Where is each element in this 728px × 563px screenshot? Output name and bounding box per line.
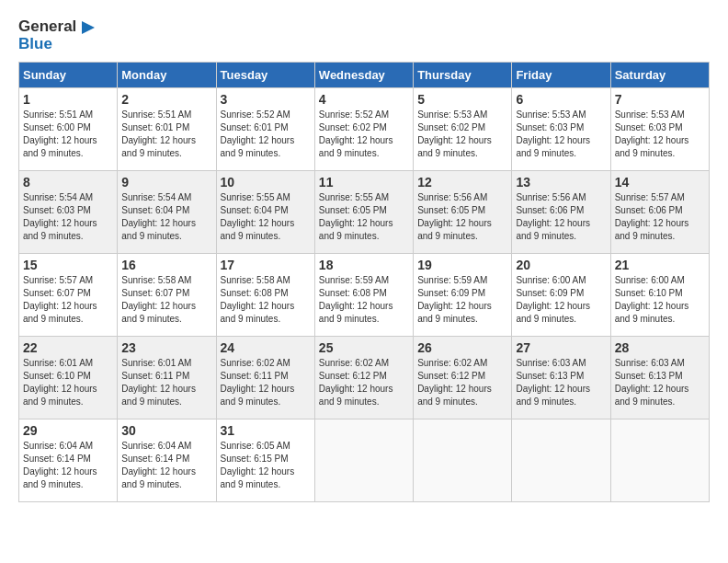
day-cell: 19Sunrise: 5:59 AMSunset: 6:09 PMDayligh…: [414, 254, 512, 337]
day-info: Sunrise: 5:53 AMSunset: 6:02 PMDaylight:…: [417, 109, 507, 160]
day-cell: 28Sunrise: 6:03 AMSunset: 6:13 PMDayligh…: [610, 337, 709, 419]
day-number: 12: [417, 175, 507, 190]
day-info: Sunrise: 6:03 AMSunset: 6:13 PMDaylight:…: [516, 357, 606, 408]
day-number: 25: [319, 340, 409, 355]
header-cell-wednesday: Wednesday: [314, 63, 413, 88]
day-cell: 17Sunrise: 5:58 AMSunset: 6:08 PMDayligh…: [216, 254, 314, 337]
day-info: Sunrise: 5:54 AMSunset: 6:04 PMDaylight:…: [121, 191, 211, 243]
day-info: Sunrise: 6:04 AMSunset: 6:14 PMDaylight:…: [121, 440, 211, 491]
logo-block: General Blue: [18, 18, 95, 52]
day-info: Sunrise: 5:54 AMSunset: 6:03 PMDaylight:…: [23, 191, 113, 243]
calendar-table: SundayMondayTuesdayWednesdayThursdayFrid…: [18, 62, 710, 502]
day-number: 29: [23, 423, 113, 438]
day-number: 8: [23, 175, 113, 190]
day-cell: 29Sunrise: 6:04 AMSunset: 6:14 PMDayligh…: [19, 419, 118, 502]
header-cell-sunday: Sunday: [19, 63, 118, 88]
day-cell: 8Sunrise: 5:54 AMSunset: 6:03 PMDaylight…: [19, 171, 118, 254]
day-info: Sunrise: 6:01 AMSunset: 6:10 PMDaylight:…: [23, 357, 113, 408]
day-cell: 16Sunrise: 5:58 AMSunset: 6:07 PMDayligh…: [118, 254, 216, 337]
header-row: SundayMondayTuesdayWednesdayThursdayFrid…: [19, 63, 710, 88]
day-info: Sunrise: 5:57 AMSunset: 6:06 PMDaylight:…: [615, 191, 705, 243]
day-info: Sunrise: 6:01 AMSunset: 6:11 PMDaylight:…: [121, 357, 211, 408]
day-cell: 27Sunrise: 6:03 AMSunset: 6:13 PMDayligh…: [512, 337, 610, 419]
day-cell: 30Sunrise: 6:04 AMSunset: 6:14 PMDayligh…: [118, 419, 216, 502]
header-cell-thursday: Thursday: [414, 63, 512, 88]
day-cell: 4Sunrise: 5:52 AMSunset: 6:02 PMDaylight…: [314, 88, 413, 171]
day-cell: 2Sunrise: 5:51 AMSunset: 6:01 PMDaylight…: [118, 88, 216, 171]
day-number: 15: [23, 258, 113, 272]
logo-general: General: [18, 17, 76, 35]
day-number: 21: [615, 258, 705, 272]
day-cell: 5Sunrise: 5:53 AMSunset: 6:02 PMDaylight…: [414, 88, 512, 171]
day-number: 6: [516, 92, 606, 107]
day-info: Sunrise: 5:53 AMSunset: 6:03 PMDaylight:…: [516, 109, 606, 160]
day-cell: [314, 419, 413, 502]
logo-arrow-icon: [78, 19, 95, 36]
header-cell-tuesday: Tuesday: [216, 63, 314, 88]
day-number: 22: [23, 340, 113, 355]
header-cell-saturday: Saturday: [610, 63, 709, 88]
day-info: Sunrise: 5:56 AMSunset: 6:06 PMDaylight:…: [516, 191, 606, 243]
day-cell: [414, 419, 512, 502]
day-info: Sunrise: 5:53 AMSunset: 6:03 PMDaylight:…: [615, 109, 705, 160]
day-number: 20: [516, 258, 606, 272]
day-cell: 22Sunrise: 6:01 AMSunset: 6:10 PMDayligh…: [19, 337, 118, 419]
week-row-2: 8Sunrise: 5:54 AMSunset: 6:03 PMDaylight…: [19, 171, 710, 254]
day-info: Sunrise: 6:02 AMSunset: 6:12 PMDaylight:…: [417, 357, 507, 408]
week-row-5: 29Sunrise: 6:04 AMSunset: 6:14 PMDayligh…: [19, 419, 710, 502]
day-number: 4: [319, 92, 409, 107]
day-cell: 9Sunrise: 5:54 AMSunset: 6:04 PMDaylight…: [118, 171, 216, 254]
day-number: 1: [23, 92, 113, 107]
week-row-3: 15Sunrise: 5:57 AMSunset: 6:07 PMDayligh…: [19, 254, 710, 337]
day-cell: 1Sunrise: 5:51 AMSunset: 6:00 PMDaylight…: [19, 88, 118, 171]
day-cell: 6Sunrise: 5:53 AMSunset: 6:03 PMDaylight…: [512, 88, 610, 171]
day-cell: 7Sunrise: 5:53 AMSunset: 6:03 PMDaylight…: [610, 88, 709, 171]
day-info: Sunrise: 6:02 AMSunset: 6:12 PMDaylight:…: [319, 357, 409, 408]
day-info: Sunrise: 6:02 AMSunset: 6:11 PMDaylight:…: [221, 357, 311, 408]
day-number: 3: [221, 92, 311, 107]
day-cell: 13Sunrise: 5:56 AMSunset: 6:06 PMDayligh…: [512, 171, 610, 254]
day-number: 30: [121, 423, 211, 438]
day-info: Sunrise: 5:58 AMSunset: 6:07 PMDaylight:…: [121, 274, 211, 326]
day-info: Sunrise: 5:57 AMSunset: 6:07 PMDaylight:…: [23, 274, 113, 326]
day-number: 13: [516, 175, 606, 190]
day-cell: 18Sunrise: 5:59 AMSunset: 6:08 PMDayligh…: [314, 254, 413, 337]
header-cell-friday: Friday: [512, 63, 610, 88]
day-cell: 24Sunrise: 6:02 AMSunset: 6:11 PMDayligh…: [216, 337, 314, 419]
header: General Blue: [18, 18, 710, 52]
day-number: 17: [221, 258, 311, 272]
day-cell: 14Sunrise: 5:57 AMSunset: 6:06 PMDayligh…: [610, 171, 709, 254]
day-info: Sunrise: 6:05 AMSunset: 6:15 PMDaylight:…: [221, 440, 311, 491]
day-cell: 26Sunrise: 6:02 AMSunset: 6:12 PMDayligh…: [414, 337, 512, 419]
day-number: 10: [221, 175, 311, 190]
day-number: 24: [221, 340, 311, 355]
day-number: 19: [417, 258, 507, 272]
day-number: 11: [319, 175, 409, 190]
day-info: Sunrise: 5:52 AMSunset: 6:02 PMDaylight:…: [319, 109, 409, 160]
day-number: 31: [221, 423, 311, 438]
day-cell: 25Sunrise: 6:02 AMSunset: 6:12 PMDayligh…: [314, 337, 413, 419]
day-info: Sunrise: 5:56 AMSunset: 6:05 PMDaylight:…: [417, 191, 507, 243]
day-cell: 3Sunrise: 5:52 AMSunset: 6:01 PMDaylight…: [216, 88, 314, 171]
day-number: 28: [615, 340, 705, 355]
day-info: Sunrise: 6:00 AMSunset: 6:09 PMDaylight:…: [516, 274, 606, 326]
day-info: Sunrise: 6:03 AMSunset: 6:13 PMDaylight:…: [615, 357, 705, 408]
day-info: Sunrise: 5:58 AMSunset: 6:08 PMDaylight:…: [221, 274, 311, 326]
logo: General Blue: [18, 18, 95, 52]
svg-marker-0: [82, 21, 95, 34]
day-info: Sunrise: 5:51 AMSunset: 6:01 PMDaylight:…: [121, 109, 211, 160]
day-cell: 12Sunrise: 5:56 AMSunset: 6:05 PMDayligh…: [414, 171, 512, 254]
day-number: 18: [319, 258, 409, 272]
day-number: 23: [121, 340, 211, 355]
day-info: Sunrise: 5:51 AMSunset: 6:00 PMDaylight:…: [23, 109, 113, 160]
header-cell-monday: Monday: [118, 63, 216, 88]
day-cell: 20Sunrise: 6:00 AMSunset: 6:09 PMDayligh…: [512, 254, 610, 337]
day-info: Sunrise: 5:55 AMSunset: 6:04 PMDaylight:…: [221, 191, 311, 243]
day-number: 2: [121, 92, 211, 107]
day-cell: 21Sunrise: 6:00 AMSunset: 6:10 PMDayligh…: [610, 254, 709, 337]
day-cell: 10Sunrise: 5:55 AMSunset: 6:04 PMDayligh…: [216, 171, 314, 254]
day-number: 16: [121, 258, 211, 272]
logo-blue: Blue: [18, 35, 52, 52]
week-row-4: 22Sunrise: 6:01 AMSunset: 6:10 PMDayligh…: [19, 337, 710, 419]
day-number: 26: [417, 340, 507, 355]
